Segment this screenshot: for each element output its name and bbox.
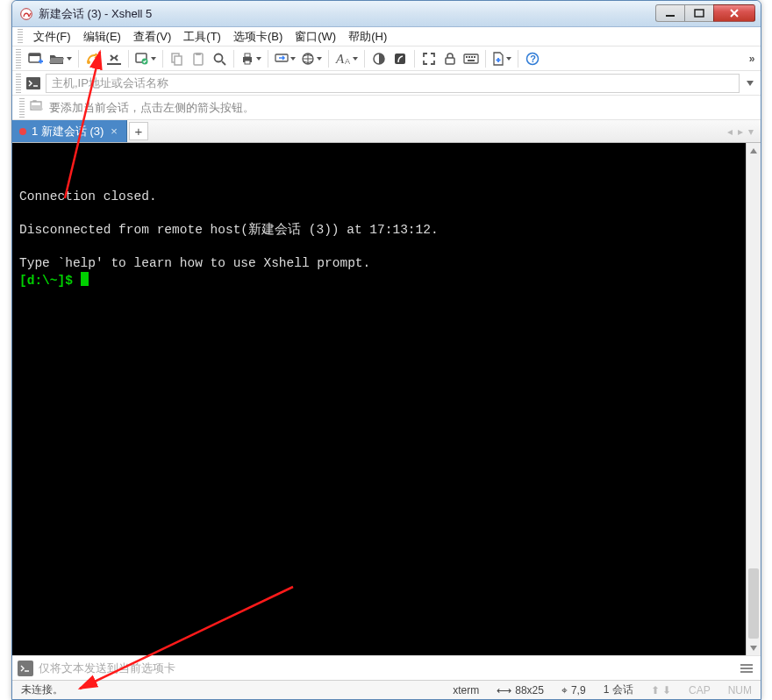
grip-icon — [18, 29, 23, 45]
properties-button[interactable] — [133, 49, 158, 68]
tab-nav: ◂ ▸ ▾ — [727, 120, 761, 142]
svg-point-5 — [87, 61, 90, 64]
menu-help[interactable]: 帮助(H) — [343, 27, 392, 46]
svg-rect-10 — [175, 56, 182, 65]
scroll-thumb[interactable] — [748, 568, 759, 639]
lock-button[interactable] — [440, 49, 460, 68]
send-input[interactable]: 仅将文本发送到当前选项卡 — [39, 661, 733, 676]
svg-rect-29 — [468, 60, 475, 61]
app-window: 新建会话 (3) - Xshell 5 文件(F) 编辑(E) 查看(V) 工具… — [11, 0, 761, 700]
window-title: 新建会话 (3) - Xshell 5 — [39, 6, 656, 22]
svg-text:?: ? — [530, 54, 536, 64]
minimize-button[interactable] — [655, 4, 685, 22]
menu-edit[interactable]: 编辑(E) — [78, 27, 126, 46]
status-size: ⟷ 88x25 — [488, 681, 553, 699]
svg-rect-22 — [395, 54, 405, 64]
new-tab-button[interactable]: + — [129, 122, 148, 140]
close-button[interactable] — [713, 4, 755, 22]
send-menu-button[interactable] — [738, 661, 755, 676]
svg-rect-6 — [107, 63, 121, 65]
resize-icon: ⟷ — [497, 684, 511, 696]
status-caps: CAP — [680, 681, 719, 699]
menu-tools[interactable]: 工具(T) — [178, 27, 226, 46]
scroll-up-button[interactable] — [747, 143, 761, 158]
keyboard-button[interactable] — [461, 49, 481, 68]
menu-window[interactable]: 窗口(W) — [290, 27, 341, 46]
terminal[interactable]: Connection closed. Disconnected from rem… — [12, 143, 746, 655]
svg-rect-24 — [464, 54, 478, 63]
titlebar: 新建会话 (3) - Xshell 5 — [12, 1, 761, 27]
find-button[interactable] — [210, 49, 229, 68]
copy-button[interactable] — [168, 49, 187, 68]
tab-label: 1 新建会话 (3) — [32, 124, 104, 139]
toolbar-separator — [364, 50, 365, 68]
svg-rect-16 — [245, 61, 250, 64]
grip-icon — [19, 98, 25, 118]
status-num: NUM — [719, 681, 761, 699]
svg-rect-2 — [695, 10, 704, 17]
svg-rect-28 — [474, 56, 475, 58]
svg-point-13 — [215, 54, 223, 61]
highlight-button[interactable] — [390, 49, 410, 68]
tab-close-button[interactable]: × — [109, 125, 119, 138]
toolbar: AA ? » — [12, 46, 761, 71]
toolbar-separator — [485, 50, 486, 68]
term-line: Disconnected from remote host(新建会话 (3)) … — [19, 223, 439, 237]
svg-rect-15 — [245, 54, 250, 57]
session-tab[interactable]: 1 新建会话 (3) × — [12, 120, 127, 142]
tab-next-button[interactable]: ▸ — [738, 125, 743, 138]
tab-prev-button[interactable]: ◂ — [727, 125, 733, 138]
tabstrip: 1 新建会话 (3) × + ◂ ▸ ▾ — [12, 120, 761, 143]
status-sessions: 1 会话 — [595, 681, 642, 699]
menu-view[interactable]: 查看(V) — [128, 27, 176, 46]
color-scheme-button[interactable] — [369, 49, 389, 68]
address-input[interactable]: 主机,IP地址或会话名称 — [46, 74, 740, 93]
scroll-track[interactable] — [747, 158, 761, 640]
status-dot-icon — [19, 128, 26, 135]
svg-rect-27 — [471, 56, 473, 58]
term-line: Type `help' to learn how to use Xshell p… — [19, 256, 370, 270]
status-transfer-arrows: ⬆ ⬇ — [642, 681, 680, 699]
toolbar-separator — [233, 50, 234, 68]
open-session-button[interactable] — [47, 49, 74, 68]
status-cursor: ⌖ 7,9 — [553, 681, 595, 699]
toolbar-separator — [268, 50, 268, 68]
menu-file[interactable]: 文件(F) — [28, 27, 76, 46]
file-transfer-button[interactable] — [273, 49, 297, 68]
svg-rect-26 — [468, 56, 470, 58]
menu-tabs[interactable]: 选项卡(B) — [228, 27, 288, 46]
tab-menu-button[interactable]: ▾ — [748, 125, 754, 138]
status-term-type: xterm — [444, 681, 488, 699]
toolbar-separator — [162, 50, 163, 68]
fullscreen-button[interactable] — [419, 49, 439, 68]
print-button[interactable] — [239, 49, 263, 68]
cursor-icon — [81, 272, 89, 286]
web-button[interactable] — [299, 49, 324, 68]
svg-rect-4 — [29, 54, 40, 56]
svg-rect-1 — [666, 15, 675, 17]
maximize-button[interactable] — [684, 4, 714, 22]
statusbar: 未连接。 xterm ⟷ 88x25 ⌖ 7,9 1 会话 ⬆ ⬇ CAP NU… — [12, 680, 761, 699]
font-button[interactable]: AA — [333, 49, 360, 68]
toolbar-separator — [78, 50, 79, 68]
paste-button[interactable] — [189, 49, 208, 68]
address-bar: 主机,IP地址或会话名称 — [12, 71, 761, 96]
disconnect-button[interactable] — [104, 49, 124, 68]
scroll-down-button[interactable] — [747, 640, 761, 655]
svg-text:A: A — [335, 52, 345, 66]
toolbar-separator — [518, 50, 518, 68]
terminal-icon — [25, 75, 42, 92]
status-connection: 未连接。 — [12, 681, 444, 699]
new-session-button[interactable] — [26, 49, 46, 68]
bookmark-icon[interactable] — [30, 100, 44, 115]
toolbar-overflow[interactable]: » — [747, 49, 757, 68]
svg-rect-35 — [740, 671, 753, 673]
svg-rect-32 — [26, 77, 40, 89]
address-dropdown[interactable] — [743, 74, 757, 93]
new-file-button[interactable] — [490, 49, 513, 68]
vertical-scrollbar[interactable] — [746, 143, 761, 655]
help-button[interactable]: ? — [523, 49, 542, 68]
reconnect-button[interactable] — [83, 49, 103, 68]
svg-rect-25 — [466, 56, 468, 58]
send-icon[interactable] — [18, 661, 33, 676]
